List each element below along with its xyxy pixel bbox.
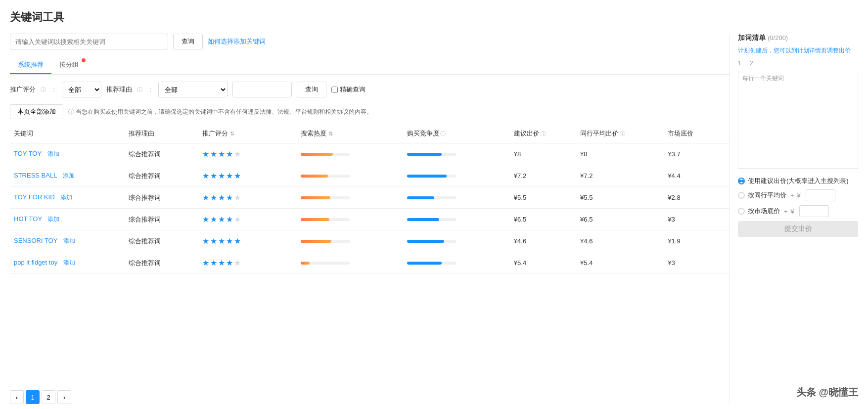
avg-bid-cell: ¥8	[576, 143, 664, 165]
tab-group[interactable]: 按分组	[51, 56, 87, 74]
add-button[interactable]: 添加	[63, 259, 75, 267]
keyword-cell: SENSORI TOY 添加	[10, 230, 125, 252]
floor-bid-input[interactable]	[799, 205, 829, 217]
avg-bid-cell: ¥7.2	[576, 165, 664, 187]
score-info-icon: ⓘ	[41, 86, 46, 93]
heat-bar	[301, 262, 350, 265]
page-2-button[interactable]: 2	[42, 390, 55, 404]
reason-filter-select[interactable]: 全部	[158, 82, 228, 97]
add-all-button[interactable]: 本页全部添加	[10, 104, 63, 119]
reason-cell: 综合推荐词	[125, 209, 198, 230]
score-cell: ★★★★★	[198, 165, 297, 187]
tab-system-recommend[interactable]: 系统推荐	[10, 56, 51, 74]
action-bar: 本页全部添加 ⓘ 当您在购买或使用关键词之前，请确保选定的关键词中不含有任何违反…	[10, 104, 730, 119]
heat-bar	[301, 175, 350, 178]
bid-options: 使用建议出价(大概率进入主搜列表) 按同行平均价 + ¥ 按市场底价 + ¥	[738, 177, 858, 217]
search-query-button[interactable]: 查询	[173, 34, 203, 49]
score-filter-select[interactable]: 全部 1星 2星 3星 4星 5星	[62, 82, 101, 97]
table-row: HOT TOY 添加 综合推荐词 ★★★★★ ¥6.5 ¥6.5 ¥3	[10, 209, 730, 230]
help-link[interactable]: 如何选择添加关键词	[208, 37, 266, 46]
keyword-link[interactable]: TOY TOY	[14, 150, 42, 157]
right-panel: 加词清单 (0/200) 计划创建后，您可以到计划详情页调整出价 1 2 每行一…	[730, 34, 858, 404]
competition-cell	[403, 252, 509, 274]
competition-cell	[403, 143, 509, 165]
bid-cell: ¥8	[510, 143, 576, 165]
col-header-heat: 搜索热度 ⇅	[297, 124, 403, 143]
keyword-list-area[interactable]: 每行一个关键词	[738, 70, 858, 169]
floor-cell: ¥3	[664, 252, 730, 274]
keyword-link[interactable]: TOY FOR KID	[14, 193, 55, 201]
search-input[interactable]	[10, 34, 168, 49]
competition-bar	[407, 262, 457, 265]
next-page-button[interactable]: ›	[57, 390, 71, 404]
radio-avg[interactable]: 按同行平均价 + ¥	[738, 189, 858, 201]
score-cell: ★★★★★	[198, 143, 297, 165]
right-panel-title: 加词清单	[738, 34, 766, 43]
right-panel-note[interactable]: 计划创建后，您可以到计划详情页调整出价	[738, 46, 858, 55]
radio-avg-label: 按同行平均价	[748, 191, 786, 200]
reason-cell: 综合推荐词	[125, 252, 198, 274]
keywords-table: 关键词 推荐理由 推广评分 ⇅	[10, 124, 730, 274]
exact-query-checkbox[interactable]	[331, 87, 338, 93]
bid-cell: ¥4.6	[510, 230, 576, 252]
heat-cell	[297, 230, 403, 252]
star-3: ★	[218, 236, 225, 246]
add-button[interactable]: 添加	[63, 237, 75, 245]
avg-info-icon: ⓘ	[620, 130, 625, 137]
star-1: ★	[202, 215, 209, 224]
star-5: ★	[234, 258, 241, 268]
score-sort-icon[interactable]: ⇅	[230, 131, 234, 137]
reason-filter-label: 推荐理由	[106, 85, 132, 94]
heat-sort-icon[interactable]: ⇅	[328, 131, 333, 137]
filter-row: 推广评分 ⓘ ： 全部 1星 2星 3星 4星 5星 推荐理由 ⓘ ： 全部	[10, 82, 730, 97]
right-panel-count: (0/200)	[768, 34, 788, 42]
reason-cell: 综合推荐词	[125, 187, 198, 209]
star-4: ★	[226, 215, 233, 224]
avg-bid-input[interactable]	[806, 189, 835, 201]
heat-cell	[297, 252, 403, 274]
radio-dot-avg	[738, 192, 745, 199]
exact-query-label: 精确查询	[340, 85, 365, 94]
page-1-button[interactable]: 1	[26, 390, 40, 404]
keyword-link[interactable]: SENSORI TOY	[14, 237, 57, 244]
radio-suggested[interactable]: 使用建议出价(大概率进入主搜列表)	[738, 177, 858, 185]
competition-bar	[407, 196, 457, 199]
star-2: ★	[210, 215, 217, 224]
submit-bid-button[interactable]: 提交出价	[738, 221, 858, 237]
kw-num-1: 1	[738, 60, 746, 67]
avg-bid-cell: ¥5.4	[576, 252, 664, 274]
filter-query-button[interactable]: 查询	[297, 82, 326, 97]
add-button[interactable]: 添加	[60, 193, 72, 202]
filter-text-input[interactable]	[232, 82, 292, 97]
kw-text-1: 每行一个关键词	[742, 74, 784, 83]
pagination: ‹ 1 2 ›	[10, 390, 730, 404]
col-header-avg: 同行平均出价 ⓘ	[576, 124, 664, 143]
col-header-score: 推广评分 ⇅	[198, 124, 297, 143]
keyword-link[interactable]: STRESS BALL	[14, 172, 57, 179]
score-cell: ★★★★★	[198, 187, 297, 209]
radio-dot-floor	[738, 208, 745, 215]
heat-cell	[297, 209, 403, 230]
competition-bar	[407, 218, 457, 221]
heat-bar	[301, 240, 350, 243]
tab-group-label: 按分组	[59, 61, 79, 68]
search-bar: 查询 如何选择添加关键词	[10, 34, 730, 49]
star-3: ★	[218, 215, 225, 224]
star-5: ★	[234, 193, 241, 202]
star-5: ★	[234, 215, 241, 224]
radio-floor[interactable]: 按市场底价 + ¥	[738, 205, 858, 217]
col-header-bid: 建议出价 ⓘ	[510, 124, 576, 143]
prev-page-button[interactable]: ‹	[10, 390, 24, 404]
add-button[interactable]: 添加	[63, 172, 75, 180]
star-3: ★	[218, 149, 225, 159]
add-button[interactable]: 添加	[47, 215, 59, 224]
score-cell: ★★★★★	[198, 230, 297, 252]
table-row: pop it fidget toy 添加 综合推荐词 ★★★★★ ¥5.4 ¥5…	[10, 252, 730, 274]
keyword-link[interactable]: pop it fidget toy	[14, 259, 57, 266]
star-1: ★	[202, 193, 209, 202]
keyword-link[interactable]: HOT TOY	[14, 215, 42, 223]
star-2: ★	[210, 149, 217, 159]
col-header-keyword: 关键词	[10, 124, 125, 143]
add-button[interactable]: 添加	[47, 150, 59, 158]
exact-query-checkbox-label[interactable]: 精确查询	[331, 85, 365, 94]
